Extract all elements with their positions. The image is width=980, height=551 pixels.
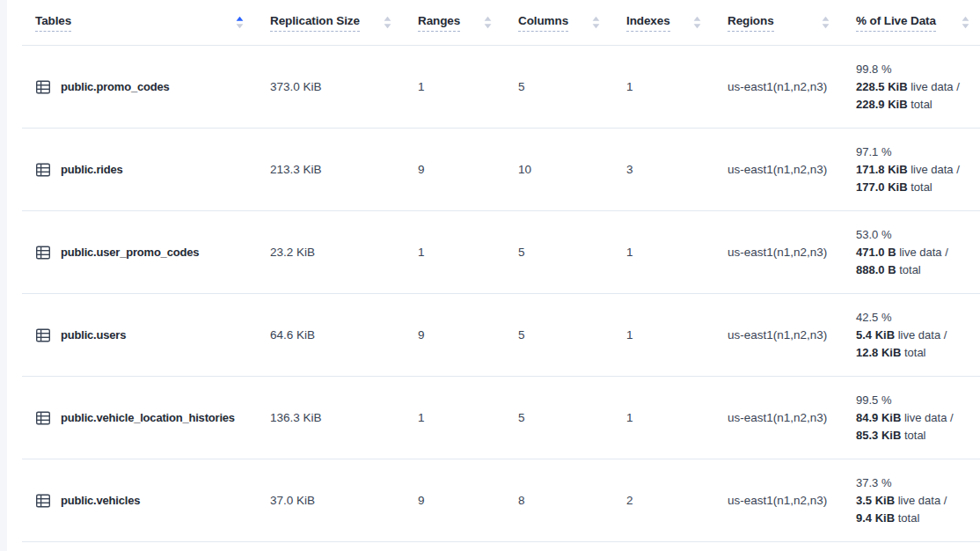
sort-icon[interactable]	[693, 16, 701, 29]
column-label-replication-size: Replication Size	[270, 14, 360, 32]
table-name-link[interactable]: public.users	[61, 328, 126, 342]
table-name-link[interactable]: public.promo_codes	[61, 80, 170, 93]
live-data-size: 171.8 KiB live data /	[856, 161, 980, 179]
total-data-size: 85.3 KiB total	[856, 427, 980, 444]
sort-arrows-glyph	[484, 16, 492, 29]
column-header-indexes[interactable]: Indexes	[626, 0, 728, 45]
columns-cell: 8	[518, 494, 626, 507]
replication-size-cell: 213.3 KiB	[270, 163, 418, 176]
column-label-regions: Regions	[728, 14, 774, 32]
total-data-size: 888.0 B total	[856, 261, 980, 279]
table-name-cell: public.vehicle_location_histories	[22, 410, 270, 426]
sort-arrows-glyph	[962, 16, 969, 29]
table-icon	[35, 410, 51, 426]
table-name-link[interactable]: public.vehicle_location_histories	[61, 411, 235, 424]
table-header-row: Tables Replication Size Ranges	[22, 0, 980, 46]
sort-icon[interactable]	[384, 16, 391, 29]
table-row: public.rides 213.3 KiB 9 10 3 us-east1(n…	[22, 129, 980, 211]
table-icon	[35, 245, 51, 261]
table-row: public.vehicle_location_histories 136.3 …	[22, 377, 980, 459]
sort-icon[interactable]	[484, 16, 492, 29]
live-data-size: 471.0 B live data /	[856, 244, 980, 261]
sort-arrows-glyph	[384, 16, 391, 29]
ranges-cell: 9	[418, 328, 518, 342]
total-data-size: 177.0 KiB total	[856, 179, 980, 196]
indexes-cell: 1	[626, 328, 728, 342]
regions-cell: us-east1(n1,n2,n3)	[728, 328, 856, 342]
regions-cell: us-east1(n1,n2,n3)	[728, 80, 856, 93]
table-name-cell: public.promo_codes	[22, 79, 270, 95]
columns-cell: 5	[518, 411, 626, 424]
regions-cell: us-east1(n1,n2,n3)	[728, 494, 856, 507]
indexes-cell: 3	[626, 163, 728, 176]
live-data-size: 84.9 KiB live data /	[856, 409, 980, 427]
live-data-cell: 99.5 % 84.9 KiB live data / 85.3 KiB tot…	[856, 392, 980, 444]
columns-cell: 5	[518, 246, 626, 259]
sort-asc-icon[interactable]	[236, 16, 244, 29]
live-data-percent: 53.0 %	[856, 226, 980, 244]
live-data-percent: 99.5 %	[856, 392, 980, 409]
sort-arrows-glyph	[236, 16, 244, 29]
live-data-cell: 99.8 % 228.5 KiB live data / 228.9 KiB t…	[856, 61, 980, 114]
live-data-size: 5.4 KiB live data /	[856, 327, 980, 344]
regions-cell: us-east1(n1,n2,n3)	[728, 246, 856, 259]
table-icon	[35, 493, 51, 509]
column-header-columns[interactable]: Columns	[518, 0, 626, 45]
indexes-cell: 1	[626, 246, 728, 259]
table-icon	[35, 79, 51, 95]
live-data-cell: 97.1 % 171.8 KiB live data / 177.0 KiB t…	[856, 143, 980, 196]
table-name-cell: public.rides	[22, 162, 270, 178]
column-header-live-data[interactable]: % of Live Data	[856, 0, 980, 45]
regions-cell: us-east1(n1,n2,n3)	[728, 163, 856, 176]
live-data-cell: 42.5 % 5.4 KiB live data / 12.8 KiB tota…	[856, 309, 980, 362]
total-data-size: 228.9 KiB total	[856, 96, 980, 114]
indexes-cell: 2	[626, 494, 728, 507]
table-name-cell: public.user_promo_codes	[22, 245, 270, 261]
sort-icon[interactable]	[822, 16, 830, 29]
columns-cell: 10	[518, 163, 626, 176]
total-data-size: 12.8 KiB total	[856, 344, 980, 362]
column-header-tables[interactable]: Tables	[22, 0, 270, 45]
table-name-link[interactable]: public.user_promo_codes	[61, 246, 199, 259]
ranges-cell: 1	[418, 80, 518, 93]
indexes-cell: 1	[626, 80, 728, 93]
column-header-regions[interactable]: Regions	[728, 0, 856, 45]
table-body: public.promo_codes 373.0 KiB 1 5 1 us-ea…	[22, 46, 980, 542]
sort-icon[interactable]	[592, 16, 600, 29]
total-data-size: 9.4 KiB total	[856, 510, 980, 527]
table-icon	[35, 327, 51, 343]
sort-icon[interactable]	[962, 16, 969, 29]
replication-size-cell: 136.3 KiB	[270, 411, 418, 424]
live-data-percent: 97.1 %	[856, 143, 980, 161]
columns-cell: 5	[518, 328, 626, 342]
column-label-ranges: Ranges	[418, 14, 460, 32]
regions-cell: us-east1(n1,n2,n3)	[728, 411, 856, 424]
table-row: public.promo_codes 373.0 KiB 1 5 1 us-ea…	[22, 46, 980, 129]
table-row: public.users 64.6 KiB 9 5 1 us-east1(n1,…	[22, 294, 980, 377]
table-row: public.user_promo_codes 23.2 KiB 1 5 1 u…	[22, 211, 980, 294]
replication-size-cell: 23.2 KiB	[270, 246, 418, 259]
replication-size-cell: 64.6 KiB	[270, 328, 418, 342]
live-data-cell: 37.3 % 3.5 KiB live data / 9.4 KiB total	[856, 474, 980, 527]
column-label-columns: Columns	[518, 14, 568, 32]
ranges-cell: 9	[418, 494, 518, 507]
table-row: public.vehicles 37.0 KiB 9 8 2 us-east1(…	[22, 459, 980, 542]
column-label-indexes: Indexes	[626, 14, 670, 32]
column-header-replication-size[interactable]: Replication Size	[270, 0, 418, 45]
live-data-cell: 53.0 % 471.0 B live data / 888.0 B total	[856, 226, 980, 279]
sort-arrows-glyph	[822, 16, 830, 29]
sort-arrows-glyph	[693, 16, 701, 29]
live-data-size: 228.5 KiB live data /	[856, 78, 980, 96]
live-data-percent: 42.5 %	[856, 309, 980, 327]
table-name-link[interactable]: public.vehicles	[61, 494, 140, 507]
table-icon	[35, 162, 51, 178]
table-name-cell: public.users	[22, 327, 270, 343]
sort-arrows-glyph	[592, 16, 600, 29]
ranges-cell: 9	[418, 163, 518, 176]
column-header-ranges[interactable]: Ranges	[418, 0, 518, 45]
columns-cell: 5	[518, 80, 626, 93]
table-name-cell: public.vehicles	[22, 493, 270, 509]
replication-size-cell: 37.0 KiB	[270, 494, 418, 507]
table-name-link[interactable]: public.rides	[61, 163, 123, 176]
live-data-percent: 37.3 %	[856, 474, 980, 492]
